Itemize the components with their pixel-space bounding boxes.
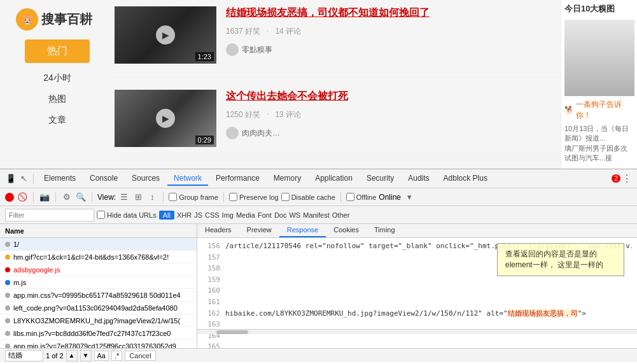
hide-data-urls-checkbox[interactable]: Hide data URLs — [97, 211, 157, 219]
video-thumbnail[interactable]: ▶ 1:23 — [115, 6, 216, 64]
preserve-log-checkbox[interactable]: Preserve log — [229, 193, 279, 201]
video-stats: 1250 好笑 · 13 评论 — [226, 109, 561, 120]
camera-icon[interactable]: 📷 — [39, 192, 50, 203]
hide-data-urls-input[interactable] — [97, 211, 105, 219]
search-input[interactable] — [5, 350, 43, 361]
tab-headers[interactable]: Headers — [197, 224, 239, 237]
doc-tab[interactable]: Doc — [274, 211, 287, 219]
list-item[interactable]: m.js — [0, 276, 197, 289]
response-tabs: Headers Preview Response Cookies Timing — [197, 224, 637, 238]
list-item[interactable]: L8YKKO3ZMOREMRKU_hd.jpg?imageView2/1/w/1… — [0, 314, 197, 327]
video-stats: 1637 好笑 · 14 评论 — [226, 26, 561, 37]
inspect-icon[interactable]: ↖ — [18, 173, 29, 185]
next-page-button[interactable]: ▼ — [80, 350, 92, 361]
nav-article[interactable]: 文章 — [48, 115, 66, 126]
list-item[interactable]: 1/ — [0, 238, 197, 251]
device-icon[interactable]: 📱 — [5, 173, 17, 185]
tab-sources[interactable]: Sources — [125, 172, 166, 186]
js-tab[interactable]: JS — [194, 211, 202, 219]
other-tab[interactable]: Other — [332, 211, 350, 219]
font-tab[interactable]: Font — [258, 211, 272, 219]
name-list[interactable]: 1/ hm.gif?cc=1&ck=1&cl=24-bit&ds=1366x76… — [0, 238, 197, 348]
play-button[interactable]: ▶ — [156, 109, 175, 128]
tab-security[interactable]: Security — [360, 172, 400, 186]
hot-button[interactable]: 热门 — [25, 39, 90, 63]
tab-elements[interactable]: Elements — [38, 172, 82, 186]
name-panel: Name 1/ hm.gif?cc=1&ck=1&cl=24-bit&ds=13… — [0, 224, 197, 348]
author-avatar — [226, 43, 239, 56]
view-waterfall-icon[interactable]: ↕ — [146, 192, 158, 203]
sidebar-title: 今日10大糗图 — [564, 3, 634, 15]
filter-icon[interactable]: ⚙ — [61, 192, 73, 203]
status-dot — [5, 280, 10, 285]
group-frame-checkbox[interactable]: Group frame — [169, 193, 218, 201]
video-thumbnail[interactable]: ▶ 0:29 — [115, 90, 216, 147]
aa-button[interactable]: Aa — [94, 351, 109, 361]
clear-button[interactable]: 🚫 — [17, 192, 28, 203]
video-item: ▶ 0:29 这个传出去她会不会被打死 1250 好笑 · 13 评论 肉肉肉夫… — [115, 90, 561, 160]
tab-preview[interactable]: Preview — [239, 224, 279, 237]
file-name: app.min.js?v=7e878079cd125ff96cc30319763… — [13, 342, 176, 349]
video-duration: 0:29 — [195, 136, 214, 144]
tab-response[interactable]: Response — [279, 224, 326, 237]
tab-timing[interactable]: Timing — [367, 224, 403, 237]
disable-cache-checkbox[interactable]: Disable cache — [281, 193, 335, 201]
tab-audits[interactable]: Audits — [402, 172, 435, 186]
author-name: 肉肉肉夫… — [242, 128, 280, 139]
online-dropdown-icon[interactable]: ▾ — [403, 192, 415, 203]
list-item[interactable]: left_code.png?v=0a1153c06294049ad2da58ef… — [0, 302, 197, 314]
nav-links: 24小时 热图 文章 — [43, 73, 71, 126]
img-tab[interactable]: Img — [222, 211, 234, 219]
tab-cookies[interactable]: Cookies — [326, 224, 367, 237]
tab-application[interactable]: Application — [309, 172, 359, 186]
offline-input[interactable] — [346, 193, 354, 201]
record-button[interactable] — [5, 193, 14, 202]
tab-memory[interactable]: Memory — [267, 172, 307, 186]
media-tab[interactable]: Media — [236, 211, 255, 219]
divider — [340, 192, 341, 202]
cancel-button[interactable]: Cancel — [125, 351, 155, 361]
video-info: 结婚现场损友恶搞，司仪都不知道如何挽回了 1637 好笑 · 14 评论 零點糗… — [226, 6, 561, 64]
offline-checkbox[interactable]: Offline — [346, 193, 377, 201]
nav-24h[interactable]: 24小时 — [43, 73, 71, 84]
group-frame-input[interactable] — [169, 193, 177, 201]
ws-tab[interactable]: WS — [289, 211, 300, 219]
tab-network[interactable]: Network — [167, 172, 208, 186]
view-list-icon[interactable]: ☰ — [118, 192, 130, 203]
view-grid-icon[interactable]: ⊞ — [132, 192, 144, 203]
list-item[interactable]: adsbygoogle.js — [0, 263, 197, 276]
more-button[interactable]: ⋮ — [622, 172, 632, 185]
dog-photo — [564, 20, 634, 96]
video-list: ▶ 1:23 结婚现场损友恶搞，司仪都不知道如何挽回了 1637 好笑 · 14… — [115, 0, 561, 169]
video-title[interactable]: 结婚现场损友恶搞，司仪都不知道如何挽回了 — [226, 6, 561, 20]
play-button[interactable]: ▶ — [156, 25, 175, 45]
video-item: ▶ 1:23 结婚现场损友恶搞，司仪都不知道如何挽回了 1637 好笑 · 14… — [115, 6, 561, 77]
preserve-log-input[interactable] — [229, 193, 237, 201]
tab-adblock[interactable]: Adblock Plus — [437, 172, 494, 186]
nav-hot[interactable]: 热图 — [48, 94, 66, 105]
file-name: L8YKKO3ZMOREMRKU_hd.jpg?imageView2/1/w/1… — [13, 317, 180, 325]
annotation-overlay: 查看返回的内容是否是显的element一样， 这里是一样的 — [497, 243, 624, 276]
manifest-tab[interactable]: Manifest — [303, 211, 330, 219]
horizontal-scrollbar[interactable] — [197, 329, 637, 334]
tab-console[interactable]: Console — [83, 172, 124, 186]
list-item[interactable]: app.min.css?v=09995bc651774a85929618 50d… — [0, 289, 197, 302]
scroll-thumb[interactable] — [216, 330, 248, 334]
video-likes: 1250 好笑 — [226, 109, 260, 120]
video-title[interactable]: 这个传出去她会不会被打死 — [226, 90, 561, 103]
filter-input[interactable] — [5, 209, 94, 221]
video-likes: 1637 好笑 — [226, 26, 260, 37]
list-item[interactable]: libs.min.js?v=bc8ddd36f0e7fed7c27f437c17… — [0, 327, 197, 340]
search-icon[interactable]: 🔍 — [75, 192, 87, 203]
response-line: 161 — [202, 297, 632, 308]
css-tab[interactable]: CSS — [205, 211, 220, 219]
list-item[interactable]: app.min.js?v=7e878079cd125ff96cc30319763… — [0, 340, 197, 348]
tab-performance[interactable]: Performance — [209, 172, 266, 186]
list-item[interactable]: hm.gif?cc=1&ck=1&cl=24-bit&ds=1366x768&v… — [0, 251, 197, 263]
status-dot — [5, 293, 10, 298]
all-badge[interactable]: All — [159, 211, 174, 220]
disable-cache-input[interactable] — [281, 193, 290, 201]
xhr-tab[interactable]: XHR — [177, 211, 192, 219]
regex-button[interactable]: .* — [111, 351, 122, 361]
prev-page-button[interactable]: ▲ — [66, 350, 78, 361]
